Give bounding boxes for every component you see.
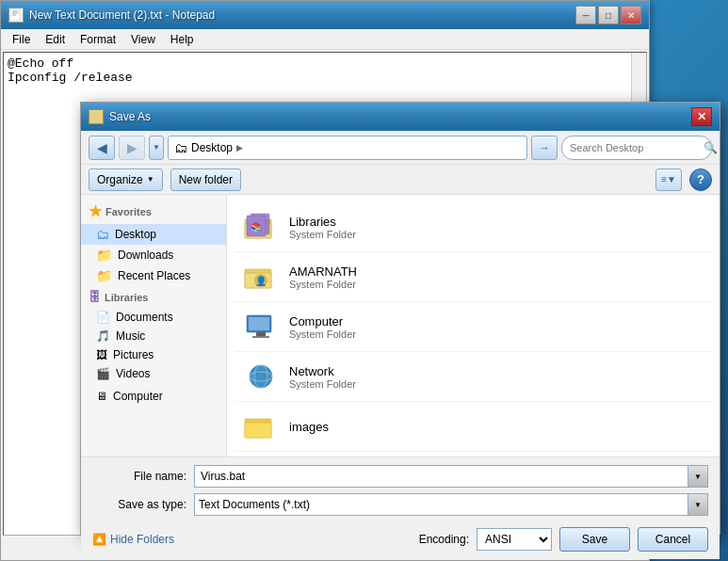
notepad-window-controls: ─ □ ✕ [575,6,641,24]
libraries-file-info: Libraries System Folder [289,215,704,240]
saveastype-select[interactable]: Text Documents (*.txt) [194,493,708,516]
file-item-libraries[interactable]: 📚 Libraries System Folder [235,202,712,252]
sidebar-item-downloads[interactable]: 📁 Downloads [81,245,226,265]
encoding-label: Encoding: [419,533,469,546]
cancel-button[interactable]: Cancel [638,527,708,552]
libraries-section-header: 🗄 Libraries [81,286,226,308]
svg-rect-16 [252,336,269,338]
computer-file-info: Computer System Folder [289,314,704,340]
svg-rect-22 [245,423,271,438]
recent-places-label: Recent Places [118,269,190,282]
organize-label: Organize [97,173,143,186]
new-folder-label: New folder [179,173,233,186]
file-item-images[interactable]: images [235,402,712,452]
computer-file-icon [242,308,280,345]
filename-label: File name: [92,470,186,483]
organize-button[interactable]: Organize ▼ [89,168,163,191]
sidebar-item-recent-places[interactable]: 📁 Recent Places [81,265,226,286]
notepad-menubar: File Edit Format View Help [1,29,649,50]
sidebar-item-computer[interactable]: 🖥 Computer [81,387,226,406]
amarnath-file-name: AMARNATH [289,264,704,279]
downloads-label: Downloads [118,248,173,262]
menu-file[interactable]: File [5,31,38,48]
saveastype-row: Save as type: Text Documents (*.txt) ▼ [92,493,708,516]
close-button[interactable]: ✕ [621,6,641,24]
location-bar[interactable]: 🗂 Desktop ▶ [168,136,527,160]
hide-folders-label: Hide Folders [110,533,174,546]
nav-dropdown-button[interactable]: ▼ [149,136,164,160]
saveastype-dropdown-icon[interactable]: ▼ [688,493,708,516]
filename-row: File name: ▼ [92,465,708,488]
svg-rect-14 [249,317,269,330]
sidebar-item-desktop[interactable]: 🗂 Desktop [81,224,226,245]
dialog-bottom: File name: ▼ Save as type: Text Document… [81,457,720,559]
file-item-amarnath[interactable]: 👤 AMARNATH System Folder [235,252,712,302]
filename-input[interactable] [194,465,708,488]
saveas-dialog: Save As ✕ ◀ ▶ ▼ 🗂 Desktop ▶ → 🔍 Organize… [80,102,720,535]
sidebar-item-videos[interactable]: 🎬 Videos [81,364,226,383]
new-folder-button[interactable]: New folder [170,168,241,191]
file-area[interactable]: 📚 Libraries System Folder 👤 [227,195,720,457]
amarnath-file-type: System Folder [289,279,704,290]
menu-edit[interactable]: Edit [38,31,73,48]
hide-folders-button[interactable]: 🔼 Hide Folders [92,533,174,546]
save-btn-label: Save [582,533,607,546]
sidebar-item-documents[interactable]: 📄 Documents [81,308,226,327]
amarnath-file-icon: 👤 [242,258,280,296]
libraries-label: Libraries [105,292,148,303]
go-button[interactable]: → [531,136,558,160]
recent-places-folder-icon: 📁 [96,268,112,283]
music-label: Music [116,329,145,343]
filename-dropdown-icon[interactable]: ▼ [688,465,708,488]
pictures-icon: 🖼 [96,348,107,361]
save-button[interactable]: Save [559,527,630,552]
computer-file-name: Computer [289,314,704,329]
search-icon[interactable]: 🔍 [704,141,718,154]
dialog-footer: 🔼 Hide Folders Encoding: ANSI Save Cance… [92,521,708,552]
pictures-label: Pictures [113,348,154,361]
minimize-button[interactable]: ─ [575,6,596,24]
saveastype-label: Save as type: [92,498,186,511]
content-line-2: Ipconfig /release [8,71,642,85]
videos-icon: 🎬 [96,367,110,380]
computer-icon: 🖥 [96,390,107,403]
amarnath-file-info: AMARNATH System Folder [289,264,704,290]
maximize-button[interactable]: □ [598,6,619,24]
desktop-folder-icon: 🗂 [96,227,109,242]
dialog-close-button[interactable]: ✕ [691,107,712,126]
libraries-file-type: System Folder [289,229,704,240]
saveastype-wrapper: Text Documents (*.txt) ▼ [194,493,708,516]
forward-button[interactable]: ▶ [119,136,145,160]
libraries-file-name: Libraries [289,215,704,229]
file-item-computer[interactable]: Computer System Folder [235,302,712,352]
sidebar-item-pictures[interactable]: 🖼 Pictures [81,345,226,364]
dialog-organize-toolbar: Organize ▼ New folder ≡▼ ? [81,165,720,195]
search-bar[interactable]: 🔍 [561,136,712,160]
dialog-title: Save As [109,110,686,123]
encoding-select[interactable]: ANSI [477,528,552,551]
notepad-titlebar: New Text Document (2).txt - Notepad ─ □ … [1,1,649,29]
menu-format[interactable]: Format [73,31,123,48]
back-button[interactable]: ◀ [89,136,115,160]
filename-wrapper: ▼ [194,465,708,488]
menu-view[interactable]: View [123,31,163,48]
downloads-folder-icon: 📁 [96,248,112,263]
sidebar-item-music[interactable]: 🎵 Music [81,327,226,345]
help-button[interactable]: ? [689,168,712,191]
favorites-label: Favorites [105,206,152,217]
hide-folders-chevron-icon: 🔼 [92,533,106,546]
file-item-network[interactable]: Network System Folder [235,352,712,402]
view-toggle-button[interactable]: ≡▼ [655,168,682,191]
cancel-btn-label: Cancel [655,533,690,546]
music-icon: 🎵 [96,329,110,343]
computer-file-type: System Folder [289,329,704,340]
network-file-info: Network System Folder [289,364,704,390]
menu-help[interactable]: Help [163,31,202,48]
notepad-icon [8,8,24,23]
network-file-name: Network [289,364,704,378]
images-file-icon [242,408,280,445]
dialog-main: ★ Favorites 🗂 Desktop 📁 Downloads 📁 Rece… [81,195,720,457]
favorites-section-header: ★ Favorites [81,199,226,224]
search-input[interactable] [570,142,700,153]
sidebar: ★ Favorites 🗂 Desktop 📁 Downloads 📁 Rece… [81,195,227,457]
